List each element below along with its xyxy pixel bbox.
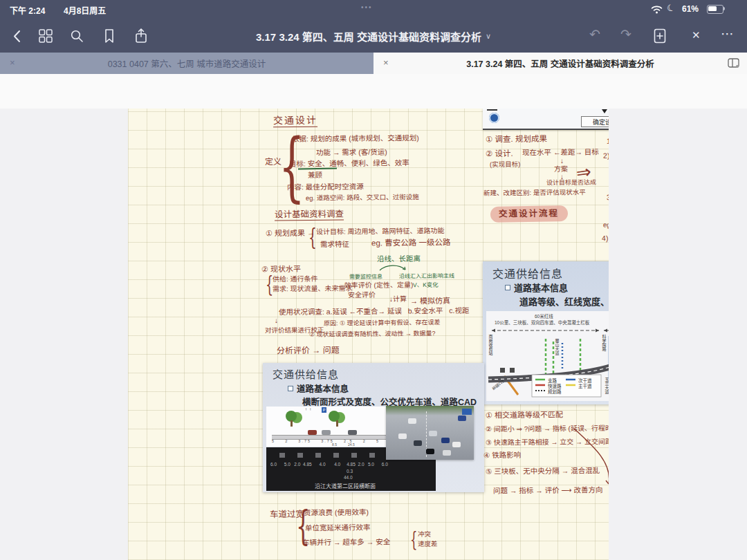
search-icon[interactable]	[70, 29, 84, 43]
slide-line-mark	[487, 109, 497, 111]
cad-numbers: 6.0 5.0 2.0 4.85 4.0 4.0 4.85 2.0 5.0 6.…	[270, 462, 388, 467]
tab-close-icon[interactable]: ×	[383, 57, 389, 68]
note-line: 兼顾	[308, 171, 322, 179]
tree-trunks	[290, 420, 293, 427]
note-line: 设计目标: 周边用地、路网特征、道路功能	[316, 227, 445, 236]
tab-label[interactable]: 0331 0407 第六、七周 城市道路交通设计	[108, 57, 266, 70]
more-options-icon[interactable]: ⋯	[721, 26, 734, 41]
canvas-area: 是 确定设计方案 SITY 交通设计 { 依据: 规划的成果 (城市规划、交通规…	[0, 109, 747, 560]
note-line: 新建、改建区别: 是否评估现状水平	[483, 189, 586, 197]
tab-inactive[interactable]: × 0331 0407 第六、七周 城市道路交通设计	[0, 53, 374, 74]
legend-label: 规划路	[548, 388, 562, 395]
add-page-icon[interactable]	[652, 28, 667, 44]
note-line: 现在水平 ←差距→ 目标	[522, 148, 599, 157]
brace-mark: {	[410, 529, 418, 550]
note-line: ② 现状延误调查有随机性、波动性 → 数据量?	[309, 330, 436, 338]
back-icon[interactable]	[11, 29, 26, 44]
tab-label[interactable]: 3.17 3.24 第四、五周 交通设计基础资料调查分析	[466, 57, 654, 70]
section-dims: 5 2 3.75 3.75 2.5 2 5	[272, 439, 380, 443]
note-line: 依据: 规划的成果 (城市规划、交通规划)	[292, 133, 419, 143]
note-line: 供给: 通行条件	[273, 275, 318, 283]
road-label: 蜀山大道	[555, 339, 559, 355]
redo-icon[interactable]: ↷	[620, 26, 631, 42]
note-line: 安全评价	[348, 291, 376, 299]
legend-label: 主干道	[578, 382, 592, 389]
slide-title: 交通供给信息	[273, 366, 339, 381]
note-line: ④ 铁路影响	[483, 451, 521, 460]
note-line: 原因: ① 理论延误计算中有假设、存在误差	[324, 319, 441, 327]
dim-85: 8.5	[332, 442, 337, 447]
clock: 下午 2:24	[10, 4, 45, 16]
bullet-square	[288, 386, 293, 391]
cad-44: 44.0	[344, 475, 353, 480]
photo-cars	[398, 433, 407, 439]
battery-icon	[707, 5, 723, 14]
note-line: eg. 保障安全、交通语言	[603, 221, 609, 230]
note-line: 目标: 安全、通畅、便利、绿色、效率	[289, 158, 409, 168]
notebook-page[interactable]: 是 确定设计方案 SITY 交通设计 { 依据: 规划的成果 (城市规划、交通规…	[128, 109, 609, 560]
note-line: 功能 → 需求 (客/货运)	[316, 148, 387, 157]
arrow-mark: ↓	[275, 317, 278, 325]
note-line: 使用状况调查: a.延误 ←不重合→ 延误 b.安全水平 c.视距	[279, 306, 469, 316]
note-line-green: 沿线汇入汇出影响主线	[399, 273, 454, 280]
document-title-area[interactable]: 3.17 3.24 第四、五周 交通设计基础资料调查分析 ∨	[166, 19, 581, 53]
note-line-green: 沿线、长距离	[377, 254, 421, 263]
tab-close-icon[interactable]: ×	[10, 57, 15, 68]
status-bar: 下午 2:24 4月8日周五 ••• ☾ 61%	[0, 0, 747, 19]
traffic-photo	[386, 406, 474, 460]
big-arrow-mark: ⇒	[575, 162, 593, 185]
cad-caption: 沿江大道第二区段横断面	[315, 482, 376, 489]
bookmark-icon[interactable]	[102, 28, 116, 44]
note-line: 资源浪费 (使用效率)	[304, 508, 369, 517]
photo-lane-line	[426, 411, 427, 457]
close-document-icon[interactable]: ✕	[692, 29, 701, 41]
slide-bullet-text: 道路基本信息	[514, 281, 568, 294]
note-line-green: 需要监控信息	[349, 274, 382, 281]
dim-text: 10公里、三块板、双向四车道、中央混凝土栏板	[495, 319, 589, 326]
note-line: 单位宽延米通行效率	[305, 523, 371, 532]
embedded-slide-cross-section: 交通供给信息 道路基本信息 横断面形式及宽度、公交优先车道、道路CAD图等 ↑ …	[263, 363, 484, 492]
note-line: → 效率评价 (定性、定量)	[335, 281, 413, 290]
date: 4月8日周五	[64, 4, 106, 16]
road-map-panel: 60米红线 10公里、三块板、双向四车道、中央混凝土栏板 60米红线 三块板、双…	[486, 311, 609, 401]
note-line: 方案	[554, 165, 568, 174]
note-line: 2) 概念设计 (路段横断面资源分配)	[603, 150, 609, 159]
red-arrow-curve	[557, 423, 609, 492]
page-thumbnails-icon[interactable]	[39, 29, 53, 43]
note-line: eg. 曹安公路 一级公路	[371, 239, 451, 248]
note-line: 分析评价 → 问题	[277, 346, 340, 357]
note-line: 1) 现状调研与分析 (差距、目标)	[607, 136, 609, 144]
do-not-disturb-moon-icon: ☾	[665, 2, 676, 15]
road-label: 玉兰大道	[605, 377, 609, 394]
note-line: 车辆并行 → 超车多 → 安全	[302, 537, 390, 546]
note-line: 冲突	[418, 531, 431, 539]
note-line: → 模拟仿真	[410, 297, 450, 306]
wifi-icon	[651, 5, 663, 14]
tab-bar: × 0331 0407 第六、七周 城市道路交通设计 × 3.17 3.24 第…	[0, 53, 747, 74]
note-line: (实现目标)	[490, 161, 520, 169]
dim-245: 24.5	[348, 442, 355, 447]
embedded-slide-flowchart: 是 确定设计方案 SITY	[483, 109, 609, 130]
flow-box: 确定设计方案	[581, 116, 609, 127]
note-line: 速度差	[418, 541, 438, 548]
slide-bullet-text: 道路基本信息	[297, 382, 349, 395]
note-line: ② 设计.	[486, 149, 513, 159]
note-line: ① 规划成果 →	[266, 229, 315, 238]
road-label: 科学院路	[602, 335, 606, 351]
tab-active[interactable]: × 3.17 3.24 第四、五周 交通设计基础资料调查分析	[374, 53, 747, 74]
car-graphics	[308, 430, 317, 435]
document-title[interactable]: 3.17 3.24 第四、五周 交通设计基础资料调查分析	[256, 29, 481, 44]
slide-title: 交通供给信息	[492, 265, 563, 281]
undo-icon[interactable]: ↶	[589, 26, 600, 42]
flow-arrow-down	[602, 109, 607, 113]
page-sidebar-icon[interactable]	[728, 58, 740, 68]
drawing-toolbar: ∨	[0, 74, 747, 109]
battery-percent: 61%	[682, 4, 699, 14]
note-line: eg. 道路空间: 路段、交叉口、过街设施	[306, 194, 419, 202]
share-icon[interactable]	[133, 28, 149, 44]
navigation-bar: 3.17 3.24 第四、五周 交通设计基础资料调查分析 ∨ ↶ ↷ ✕ ⋯	[0, 19, 747, 53]
note-line: ① 调查. 规划成果	[486, 135, 547, 144]
photo-foliage	[386, 406, 474, 416]
university-logo	[489, 113, 499, 123]
note-heading: 设计基础资料调查	[275, 209, 344, 221]
